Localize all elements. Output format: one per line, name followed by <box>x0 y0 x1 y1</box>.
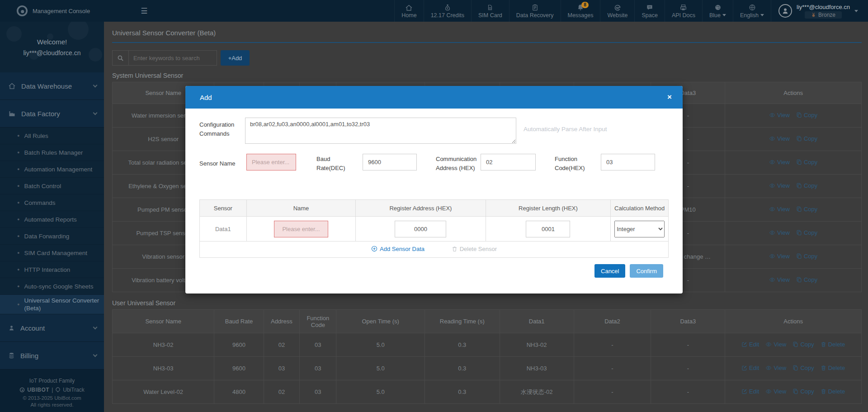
nav-language[interactable]: English <box>733 0 771 22</box>
confirm-button[interactable]: Confirm <box>630 264 663 278</box>
menu-toggle-icon[interactable]: ☰ <box>141 6 147 16</box>
edit-link[interactable]: Edit <box>741 388 759 395</box>
view-link[interactable]: View <box>765 341 786 348</box>
search-input[interactable] <box>128 50 217 66</box>
register-length-input[interactable] <box>526 221 570 237</box>
add-button[interactable]: +Add <box>221 50 250 66</box>
cancel-button[interactable]: Cancel <box>594 264 625 278</box>
sidebar-item-all-rules[interactable]: ● All Rules <box>0 128 104 144</box>
api-docs-icon <box>679 4 687 11</box>
nav-space[interactable]: Space <box>634 0 664 22</box>
delete-sensor-link[interactable]: Delete Sensor <box>452 246 497 252</box>
view-link[interactable]: View <box>769 253 790 260</box>
register-address-input[interactable] <box>395 221 446 237</box>
config-commands-input[interactable]: br08,ar02,fu03,an0000,al0001,am01,to32,t… <box>245 118 516 144</box>
copy-link[interactable]: Copy <box>796 135 817 142</box>
close-icon[interactable]: × <box>667 93 672 102</box>
bullet-icon: ● <box>17 133 19 138</box>
auto-parse-hint: Automatically Parse After Input <box>524 126 607 133</box>
sidebar-item-http-interaction[interactable]: ● HTTP Interaction <box>0 261 104 278</box>
bullet-icon: ● <box>17 150 19 155</box>
nav-sim-card[interactable]: SIM Card <box>471 0 509 22</box>
messages-badge: 8 <box>581 2 589 8</box>
sidebar-item-commands[interactable]: ● Commands <box>0 194 104 211</box>
view-link[interactable]: View <box>769 159 790 166</box>
view-link[interactable]: View <box>765 388 786 395</box>
topbar: Management Console ☰ Home 12.17 Credits … <box>0 0 868 22</box>
sensor-cell: Data1 <box>200 217 247 242</box>
sidebar-item-sim-card-management[interactable]: ● SIM Card Management <box>0 245 104 261</box>
add-sensor-data-link[interactable]: Add Sensor Data <box>371 246 425 252</box>
system-section-heading: System Universal Sensor <box>112 72 862 79</box>
comm-address-input[interactable] <box>481 154 536 170</box>
space-chat-icon <box>646 4 653 11</box>
delete-link[interactable]: Delete <box>821 388 845 395</box>
sidebar-item-batch-control[interactable]: ● Batch Control <box>0 178 104 194</box>
nav-theme[interactable]: Blue <box>702 0 733 22</box>
nav-website[interactable]: Website <box>600 0 634 22</box>
user-email: liy***@cloudforce.cn <box>797 4 850 10</box>
data-recovery-icon <box>532 4 538 11</box>
app-logo-icon <box>16 5 28 17</box>
factory-icon <box>8 110 16 117</box>
copy-link[interactable]: Copy <box>793 365 814 371</box>
function-code-input[interactable] <box>601 154 655 170</box>
user-section-heading: User Universal Sensor <box>112 299 862 307</box>
sidebar-item-billing[interactable]: Billing <box>0 342 104 369</box>
baud-rate-label: BaudRate(DEC) <box>316 155 345 173</box>
sidebar-footer: IoT Product Family UBIBOT | UbiTrack © 2… <box>0 369 104 412</box>
bullet-icon: ● <box>17 267 19 272</box>
sidebar-item-data-warehouse[interactable]: Data Warehouse <box>0 72 104 100</box>
view-link[interactable]: View <box>769 182 790 189</box>
bullet-icon: ● <box>17 184 19 188</box>
view-link[interactable]: View <box>769 112 790 118</box>
view-link[interactable]: View <box>769 135 790 142</box>
sidebar-item-data-factory[interactable]: Data Factory <box>0 100 104 128</box>
copy-link[interactable]: Copy <box>796 159 817 166</box>
copy-link[interactable]: Copy <box>796 229 817 236</box>
view-link[interactable]: View <box>765 365 786 371</box>
edit-link[interactable]: Edit <box>741 365 759 371</box>
nav-messages[interactable]: 8 Messages <box>561 0 600 22</box>
table-footer-row: Add Sensor Data Delete Sensor <box>200 242 669 258</box>
user-menu[interactable]: liy***@cloudforce.cn Bronze <box>771 0 868 22</box>
sidebar-item-account[interactable]: Account <box>0 314 104 342</box>
bullet-icon: ● <box>17 217 19 222</box>
sidebar-item-batch-rules-manager[interactable]: ● Batch Rules Manager <box>0 144 104 161</box>
copy-link[interactable]: Copy <box>796 253 817 260</box>
delete-link[interactable]: Delete <box>821 341 845 348</box>
baud-rate-input[interactable] <box>363 154 417 170</box>
sidebar-item-universal-sensor-converter[interactable]: ● Universal Sensor Converter (Beta) <box>0 295 104 314</box>
copy-link[interactable]: Copy <box>796 276 817 283</box>
sidebar-item-automation-management[interactable]: ● Automation Management <box>0 161 104 178</box>
footer-product-family: IoT Product Family <box>3 378 101 384</box>
edit-link[interactable]: Edit <box>741 341 759 348</box>
sidebar-item-automated-reports[interactable]: ● Automated Reports <box>0 211 104 228</box>
footer-brand-ubitrack: UbiTrack <box>63 387 85 393</box>
copy-link[interactable]: Copy <box>793 388 814 395</box>
calculation-method-select[interactable]: Integer <box>614 221 665 237</box>
copy-link[interactable]: Copy <box>796 112 817 118</box>
copy-link[interactable]: Copy <box>793 341 814 348</box>
table-row: NH3-02 9600 02 03 5.0 0.3 NH3-02 - - Edi… <box>113 333 862 357</box>
sidebar-welcome: Welcome! liy***@cloudforce.cn <box>0 22 104 72</box>
nav-data-recovery[interactable]: Data Recovery <box>509 0 561 22</box>
copy-link[interactable]: Copy <box>796 182 817 189</box>
tier-badge: Bronze <box>805 11 842 19</box>
dialog-title: Add <box>200 94 212 101</box>
data-name-input[interactable] <box>274 221 328 237</box>
account-person-icon <box>8 324 15 331</box>
bullet-icon: ● <box>17 284 19 289</box>
nav-home[interactable]: Home <box>394 0 423 22</box>
nav-api-docs[interactable]: API Docs <box>665 0 702 22</box>
comm-address-label: CommunicationAddress (HEX) <box>436 155 476 173</box>
copy-link[interactable]: Copy <box>796 206 817 213</box>
sidebar-item-data-forwarding[interactable]: ● Data Forwarding <box>0 228 104 245</box>
view-link[interactable]: View <box>769 276 790 283</box>
view-link[interactable]: View <box>769 229 790 236</box>
sensor-name-input[interactable] <box>246 154 296 170</box>
delete-link[interactable]: Delete <box>821 365 845 371</box>
nav-credits[interactable]: 12.17 Credits <box>424 0 471 22</box>
view-link[interactable]: View <box>769 206 790 213</box>
sidebar-item-auto-sync-google-sheets[interactable]: ● Auto-sync Google Sheets <box>0 278 104 295</box>
